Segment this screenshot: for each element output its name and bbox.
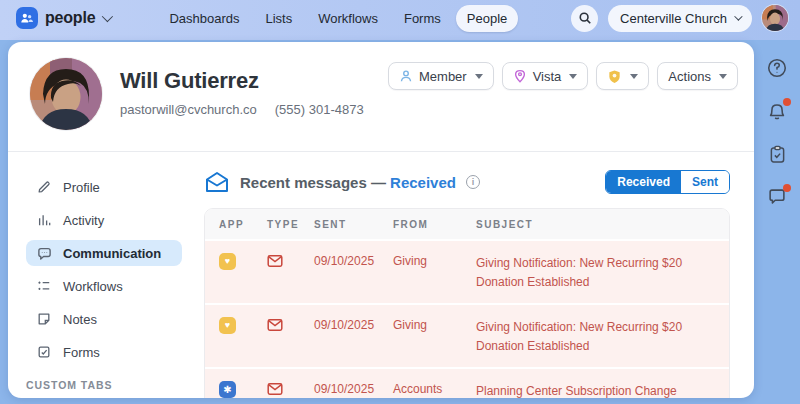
- feedback-chat-icon[interactable]: [765, 185, 789, 209]
- app-switcher[interactable]: people: [16, 7, 110, 29]
- nav-right-group: Centerville Church: [571, 5, 788, 32]
- email-envelope-icon: [267, 382, 314, 398]
- info-icon[interactable]: i: [466, 175, 480, 189]
- toggle-received[interactable]: Received: [606, 171, 681, 193]
- actions-label: Actions: [668, 69, 711, 84]
- shield-badge-icon: [607, 69, 622, 84]
- open-envelope-icon: [204, 170, 230, 194]
- cell-subject[interactable]: Giving Notification: New Recurring $20 D…: [476, 318, 729, 355]
- right-utility-rail: [754, 42, 800, 404]
- col-header-app: APP: [219, 219, 267, 230]
- cell-sent: 09/10/2025: [314, 382, 393, 396]
- received-sent-toggle: Received Sent: [605, 170, 730, 194]
- tab-workflows[interactable]: Workflows: [26, 273, 182, 299]
- profile-tabs-sidebar: Profile Activity Communication Workflows…: [8, 152, 196, 396]
- pencil-icon: [36, 179, 52, 195]
- notification-badge: [783, 98, 791, 106]
- tab-profile[interactable]: Profile: [26, 174, 182, 200]
- tab-label: Profile: [63, 180, 100, 195]
- chevron-down-icon: [734, 12, 742, 20]
- col-header-type: TYPE: [267, 219, 314, 230]
- app-window: people Dashboards Lists Workflows Forms …: [0, 0, 800, 404]
- help-icon[interactable]: [765, 56, 789, 80]
- giving-app-icon: ♥: [219, 253, 236, 270]
- search-icon: [578, 11, 592, 25]
- nav-item-workflows[interactable]: Workflows: [307, 5, 389, 32]
- cell-from: Giving: [393, 318, 476, 332]
- toggle-sent[interactable]: Sent: [681, 171, 729, 193]
- tasks-clipboard-icon[interactable]: [765, 142, 789, 166]
- top-nav-bar: people Dashboards Lists Workflows Forms …: [0, 0, 800, 40]
- table-row[interactable]: ♥ 09/10/2025 Giving Giving Notification:…: [205, 239, 729, 303]
- section-title-filter-link[interactable]: Received: [390, 174, 456, 191]
- actions-dropdown-button[interactable]: Actions: [657, 62, 738, 90]
- checklist-icon: [36, 278, 52, 294]
- cell-subject[interactable]: Giving Notification: New Recurring $20 D…: [476, 254, 729, 291]
- cell-sent: 09/10/2025: [314, 254, 393, 268]
- profile-header: Will Gutierrez pastorwill@cvchurch.co (5…: [8, 42, 754, 152]
- profile-action-buttons: Member Vista Actions: [388, 58, 738, 90]
- membership-label: Member: [419, 69, 467, 84]
- accounts-app-icon: ✱: [219, 381, 236, 398]
- note-icon: [36, 311, 52, 327]
- tab-label: Forms: [63, 345, 100, 360]
- email-envelope-icon: [267, 254, 314, 271]
- form-icon: [36, 344, 52, 360]
- person-avatar: [30, 58, 102, 130]
- nav-item-lists[interactable]: Lists: [254, 5, 303, 32]
- cell-subject[interactable]: Planning Center Subscription Change: [476, 382, 729, 398]
- people-app-icon: [16, 7, 38, 29]
- campus-dropdown-button[interactable]: Vista: [502, 62, 589, 90]
- person-email[interactable]: pastorwill@cvchurch.co: [120, 102, 257, 117]
- tab-communication[interactable]: Communication: [26, 240, 182, 266]
- organization-selector[interactable]: Centerville Church: [608, 5, 752, 32]
- chevron-down-icon: [102, 11, 113, 22]
- nav-item-dashboards[interactable]: Dashboards: [158, 5, 250, 32]
- search-button[interactable]: [571, 5, 598, 32]
- tab-label: Communication: [63, 246, 161, 261]
- badge-dropdown-button[interactable]: [596, 62, 649, 90]
- col-header-sent: SENT: [314, 219, 393, 230]
- col-header-from: FROM: [393, 219, 476, 230]
- giving-app-icon: ♥: [219, 317, 236, 334]
- caret-down-icon: [475, 74, 483, 79]
- current-user-avatar[interactable]: [762, 5, 788, 31]
- campus-label: Vista: [533, 69, 562, 84]
- custom-tabs-header: CUSTOM TABS: [26, 379, 182, 391]
- location-pin-icon: [513, 69, 527, 83]
- section-title-text: Recent messages —: [240, 174, 386, 191]
- primary-nav: Dashboards Lists Workflows Forms People: [158, 5, 518, 32]
- contact-row: pastorwill@cvchurch.co (555) 301-4873: [120, 102, 364, 117]
- logo-wordmark: people: [45, 9, 95, 27]
- notifications-bell-icon[interactable]: [765, 99, 789, 123]
- person-icon: [399, 69, 413, 83]
- tab-label: Activity: [63, 213, 104, 228]
- tab-forms[interactable]: Forms: [26, 339, 182, 365]
- table-header-row: APP TYPE SENT FROM SUBJECT: [205, 209, 729, 239]
- membership-dropdown-button[interactable]: Member: [388, 62, 494, 90]
- profile-body: Profile Activity Communication Workflows…: [8, 152, 754, 396]
- recent-messages-header: Recent messages — Received i Received Se…: [204, 170, 730, 194]
- tab-notes[interactable]: Notes: [26, 306, 182, 332]
- cell-from: Accounts: [393, 382, 476, 396]
- section-title: Recent messages — Received: [240, 174, 456, 191]
- person-profile-card: Will Gutierrez pastorwill@cvchurch.co (5…: [8, 42, 754, 398]
- caret-down-icon: [569, 74, 577, 79]
- table-row[interactable]: ♥ 09/10/2025 Giving Giving Notification:…: [205, 303, 729, 367]
- tab-label: Workflows: [63, 279, 123, 294]
- speech-bubble-icon: [36, 245, 52, 261]
- nav-item-people[interactable]: People: [456, 5, 518, 32]
- person-name: Will Gutierrez: [120, 68, 364, 94]
- email-envelope-icon: [267, 318, 314, 335]
- caret-down-icon: [719, 74, 727, 79]
- person-phone[interactable]: (555) 301-4873: [275, 102, 364, 117]
- activity-bars-icon: [36, 212, 52, 228]
- tab-activity[interactable]: Activity: [26, 207, 182, 233]
- col-header-subject: SUBJECT: [476, 219, 729, 230]
- nav-item-forms[interactable]: Forms: [393, 5, 452, 32]
- communication-panel: Recent messages — Received i Received Se…: [196, 152, 754, 396]
- cell-sent: 09/10/2025: [314, 318, 393, 332]
- feedback-badge: [783, 184, 791, 192]
- tab-label: Notes: [63, 312, 97, 327]
- table-row[interactable]: ✱ 09/10/2025 Accounts Planning Center Su…: [205, 367, 729, 398]
